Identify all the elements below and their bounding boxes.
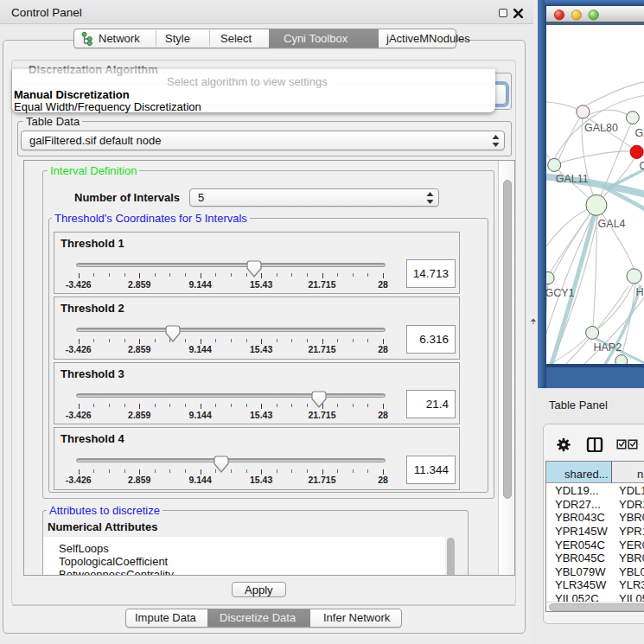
svg-text:GAL4: GAL4 <box>598 218 626 230</box>
svg-text:GAL11: GAL11 <box>556 173 589 185</box>
svg-text:GCY1: GCY1 <box>546 287 575 299</box>
svg-text:GAL80: GAL80 <box>584 122 618 134</box>
svg-text:GA: GA <box>635 127 644 139</box>
svg-text:CD: CD <box>640 160 644 172</box>
svg-text:H: H <box>636 286 644 298</box>
svg-text:HAP2: HAP2 <box>594 341 622 354</box>
